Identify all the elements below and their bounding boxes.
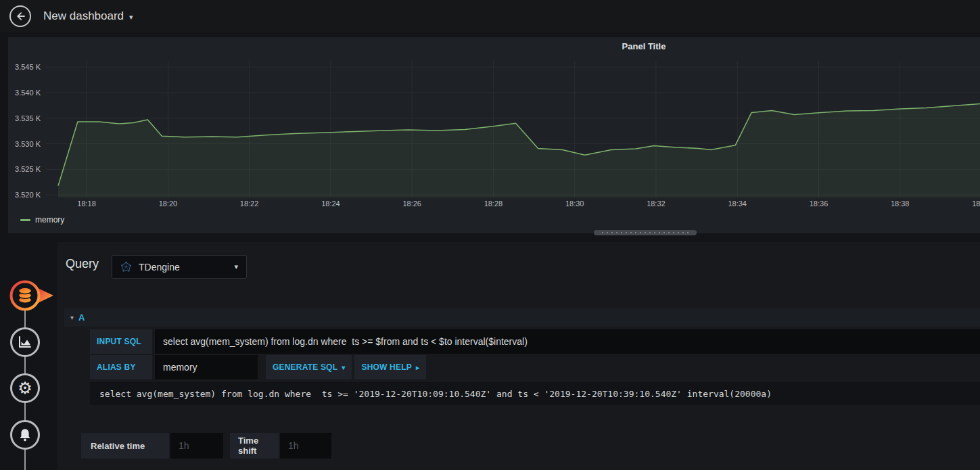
query-row-label: A [78,312,85,323]
relative-time-label: Relative time [81,433,169,459]
chevron-down-icon: ▾ [342,364,345,371]
svg-text:18:28: 18:28 [484,199,503,208]
svg-text:3.530 K: 3.530 K [15,140,41,148]
svg-text:18:30: 18:30 [565,199,584,208]
svg-text:3.545 K: 3.545 K [15,63,41,71]
show-help-label: SHOW HELP [361,362,411,372]
legend: memory [20,215,64,225]
svg-text:18:18: 18:18 [77,199,96,208]
legend-swatch [20,219,30,221]
dashboard-title: New dashboard [43,9,124,23]
svg-text:18:36: 18:36 [810,199,829,208]
resize-handle-dots [602,232,689,233]
svg-text:3.535 K: 3.535 K [15,114,41,122]
relative-time-field[interactable] [170,433,223,459]
svg-text:18:26: 18:26 [402,199,421,208]
bell-icon [18,427,32,442]
tdengine-logo-icon [120,261,132,273]
svg-text:3.540 K: 3.540 K [15,89,41,97]
back-arrow-icon [14,10,26,22]
svg-text:18:22: 18:22 [240,199,259,208]
query-section-title: Query [66,257,99,271]
chevron-right-icon: ▸ [416,364,419,371]
alias-by-label: ALIAS BY [90,355,152,379]
svg-text:3.520 K: 3.520 K [15,191,41,199]
generate-sql-button[interactable]: GENERATE SQL ▾ [266,355,352,379]
svg-text:3.525 K: 3.525 K [15,165,41,173]
tab-queries[interactable] [9,279,56,312]
generate-sql-label: GENERATE SQL [273,362,337,372]
graph-panel: Panel Title 3.520 K3.525 K3.530 K3.535 K… [8,37,980,233]
panel-chart-svg: 3.520 K3.525 K3.530 K3.535 K3.540 K3.545… [8,37,980,213]
chevron-down-icon: ▾ [234,262,238,271]
generated-sql-row: select avg(mem_system) from log.dn where… [90,382,980,405]
query-row-header[interactable]: ▾ A [64,308,980,327]
svg-text:18:38: 18:38 [891,199,910,208]
query-editor-section: Query TDengine ▾ ▾ A INPUT SQL ALIAS BY … [57,242,980,470]
svg-text:18:32: 18:32 [647,199,666,208]
top-navbar: New dashboard ▾ [0,0,980,32]
database-icon [11,282,54,310]
area-chart-icon [18,335,32,350]
alias-by-field[interactable] [155,355,258,379]
collapse-caret-icon: ▾ [70,314,74,321]
gear-icon: ⚙ [18,380,32,396]
time-shift-label: Time shift [230,433,279,459]
input-sql-field[interactable] [155,329,980,354]
tab-alert[interactable] [10,420,40,450]
show-help-button[interactable]: SHOW HELP ▸ [354,355,426,379]
svg-text:18:20: 18:20 [159,199,178,208]
datasource-picker[interactable]: TDengine ▾ [112,255,247,279]
generated-sql-text: select avg(mem_system) from log.dn where… [99,389,772,399]
chevron-down-icon: ▾ [129,11,133,22]
tab-general[interactable]: ⚙ [10,373,40,403]
time-options-row: Relative time Time shift [81,433,331,459]
input-sql-row: INPUT SQL [90,329,980,354]
panel-resize-handle[interactable] [594,230,697,235]
input-sql-label: INPUT SQL [90,329,152,354]
time-shift-field[interactable] [280,433,331,459]
svg-text:18:40: 18:40 [972,199,980,208]
legend-series-label[interactable]: memory [35,215,64,225]
datasource-name: TDengine [139,262,180,273]
dashboard-title-dropdown[interactable]: New dashboard ▾ [43,9,133,23]
tab-visualization[interactable] [10,327,40,357]
alias-row: ALIAS BY GENERATE SQL ▾ SHOW HELP ▸ [90,355,426,379]
svg-text:18:34: 18:34 [728,199,747,208]
svg-text:18:24: 18:24 [321,199,340,208]
back-button[interactable] [9,5,31,27]
